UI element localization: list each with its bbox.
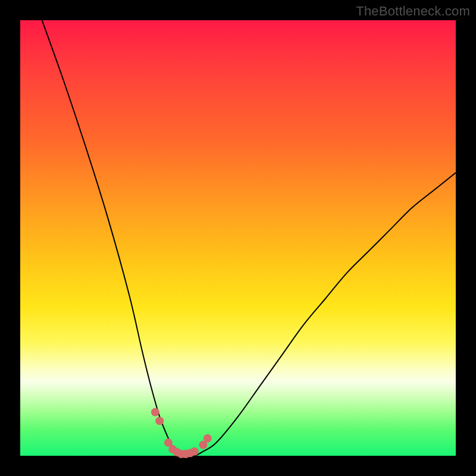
chart-frame: TheBottleneck.com	[0, 0, 476, 476]
plot-area	[20, 20, 456, 456]
highlight-dot	[151, 408, 159, 416]
highlight-dot	[203, 434, 212, 443]
watermark-text: TheBottleneck.com	[356, 4, 470, 19]
highlight-dot	[190, 447, 199, 456]
bottleneck-curve-path	[42, 20, 456, 456]
bottleneck-curve-svg	[20, 20, 456, 456]
highlight-dots-group	[151, 408, 212, 458]
highlight-dot	[155, 416, 164, 425]
